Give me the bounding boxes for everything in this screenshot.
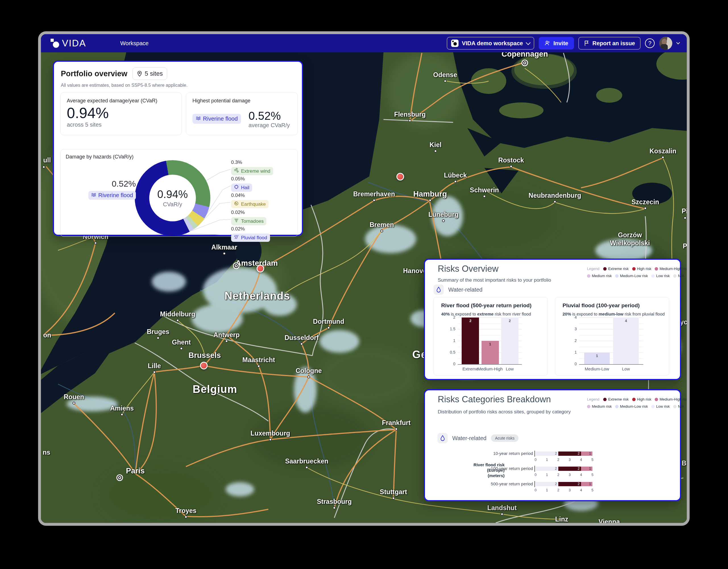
callout-chip[interactable]: Hail [231,183,252,192]
city-label: Strasbourg [317,498,352,506]
callout-chip[interactable]: Tornadoes [231,217,266,225]
legend-item: Medium risk [587,404,612,409]
bar-low: 2 [501,318,518,364]
city-dot [684,216,686,219]
city-dot [501,513,503,516]
avg-damage-card: Average expected damage/year (CVaR) 0.94… [60,92,182,135]
legend-item: Medium-Low risk [615,404,648,409]
site-marker[interactable] [397,173,404,181]
chip-label: Riverine flood [98,192,133,198]
callout-chip[interactable]: Earthquake [231,200,269,208]
legend-item: Medium-High risk [655,266,688,271]
city-dot [327,326,330,329]
legend-item: Medium-Low risk [615,274,648,278]
water-related-label: Water-related [452,435,486,442]
city-dot [257,365,260,368]
stack-segment: 1 [581,452,592,456]
city-dot [454,180,457,183]
help-icon[interactable]: ? [645,38,655,48]
legend-item: Low risk [651,274,670,278]
report-issue-button[interactable]: Report an issue [578,37,640,49]
stacked-bar: 221 [536,467,592,471]
capital-city-icon [234,263,239,268]
riverine-flood-icon [196,115,201,122]
x-tick: 1 [546,473,548,477]
x-tick: 0 [534,458,536,462]
city-dot [176,319,179,322]
city-label: Szczecin [631,198,659,206]
city-label: Odense [433,71,457,79]
invite-button-label: Invite [553,40,568,47]
sites-chip[interactable]: 5 sites [132,67,167,80]
acute-risks-chip[interactable]: Acute risks [491,435,518,442]
y-tick: 3 [565,327,577,331]
y-tick: 0.5 [444,350,455,355]
city-dot [510,165,513,168]
vida-logo-text: VIDA [62,38,86,48]
city-label: Frankfurt [382,419,411,427]
callout-chip[interactable]: Pluvial flood [231,233,270,242]
city-dot [269,438,272,441]
legend-item: N/A [673,274,684,278]
legend-dot-icon [673,274,677,278]
legend-label: Legend [587,266,599,271]
stack-segment: 2 [558,452,581,456]
city-label: Middelburg [160,311,195,318]
riverine-callout-chip[interactable]: Riverine flood [88,191,136,200]
city-label: Landshut [487,504,517,512]
x-tick: 3 [569,473,571,477]
legend-label: Legend [587,397,599,402]
city-label: Dusseldorf [285,334,319,342]
callout-chip[interactable]: Extreme wind [231,167,273,175]
risk-legend: Legend Extreme risk High risk Medium-Hig… [587,266,678,281]
city-label: Flensburg [394,111,426,118]
workspace-selector[interactable]: VIDA demo workspace [447,37,534,49]
city-label: Lübeck [444,171,467,179]
city-dot [392,497,395,500]
water-droplet-icon [434,284,444,295]
desktop-background: NetherlandsBelgiumGermanyCopenhagenOdens… [0,0,728,569]
city-dot [373,199,376,202]
callout-value: 0.04% [231,192,269,198]
invite-button[interactable]: Invite [539,37,574,49]
workspace-selector-label: VIDA demo workspace [462,40,523,47]
legend-item: Medium risk [587,274,612,278]
nav-item-workspace[interactable]: Workspace [120,40,149,47]
vida-logo[interactable]: VIDA [51,38,86,48]
highest-damage-card: Highest potential damage Riverine flood … [186,92,298,135]
stack-segment: 2 [536,452,558,456]
bar-value-label: 1 [482,342,499,346]
legend-item: High risk [632,397,652,402]
city-dot [434,150,437,152]
hail-icon [234,185,239,191]
city-dot [184,516,187,518]
legend-dot-icon [655,398,658,401]
portfolio-disclaimer: All values are estimates, based on SSP5-… [61,83,188,88]
extreme-wind-callout: 0.3% Extreme wind [231,160,273,175]
highest-damage-caption: average CVaR/y [248,122,290,129]
stacked-bar: 221 [536,482,592,486]
riverine-flood-chip[interactable]: Riverine flood [192,114,241,124]
avg-damage-value: 0.94% [67,104,175,121]
city-label: Cologne [296,367,322,375]
city-dot [72,402,75,405]
chip-label: Earthquake [241,201,266,207]
avatar[interactable] [659,37,672,50]
earthquake-callout: 0.04% Earthquake [231,192,269,208]
bar-medium-high: 1 [482,341,499,364]
bar-value-label: 2 [462,319,479,323]
x-tick: 1 [546,488,548,492]
city-label: Gorzów [618,231,642,239]
avatar-chevron-icon[interactable] [676,41,680,44]
water-related-row[interactable]: Water-related [434,284,482,295]
city-label: Koszalin [650,147,677,155]
city-label: Dortmund [313,318,344,326]
city-dot [94,241,97,244]
y-tick: 1 [444,338,455,343]
donut-center-caption: CVaR/y [163,201,182,208]
water-related-row[interactable]: Water-related Acute risks [437,433,518,443]
city-label: Paris [126,467,145,475]
site-marker[interactable] [257,265,264,272]
site-marker[interactable] [200,362,208,370]
city-label: Troyes [175,507,196,515]
